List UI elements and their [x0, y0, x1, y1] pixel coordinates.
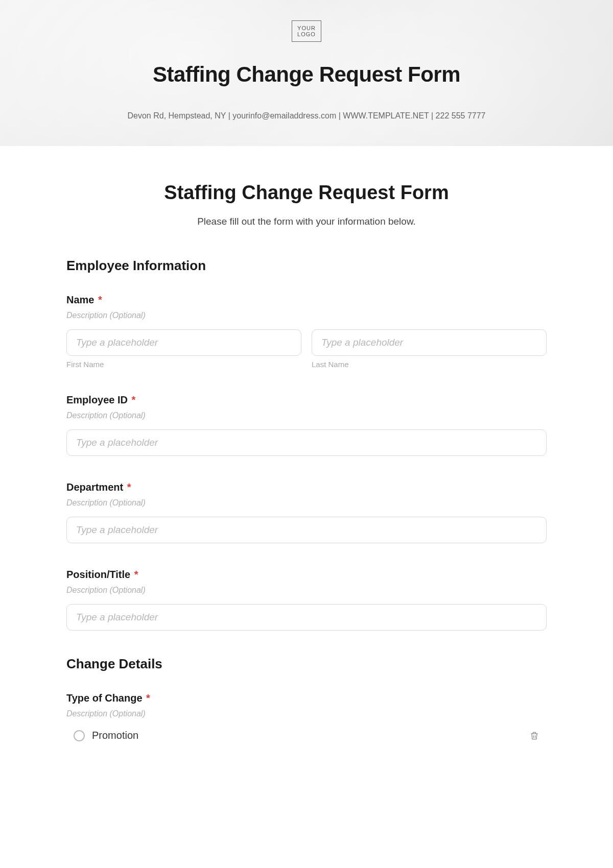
field-employee-id-label: Employee ID *: [66, 394, 547, 406]
section-change-details: Change Details: [66, 656, 547, 672]
field-employee-id-description[interactable]: Description (Optional): [66, 411, 547, 420]
field-department-description[interactable]: Description (Optional): [66, 498, 547, 508]
first-name-sublabel: First Name: [66, 360, 301, 369]
field-type-of-change-label: Type of Change *: [66, 692, 547, 704]
field-type-of-change: Type of Change * Description (Optional) …: [66, 692, 547, 743]
field-employee-id: Employee ID * Description (Optional): [66, 394, 547, 456]
field-name: Name * Description (Optional) First Name…: [66, 294, 547, 369]
required-asterisk: *: [127, 481, 131, 493]
section-employee-info: Employee Information: [66, 258, 547, 274]
logo-line-1: YOUR: [297, 25, 316, 31]
required-asterisk: *: [132, 394, 136, 405]
required-asterisk: *: [98, 294, 102, 305]
field-name-description[interactable]: Description (Optional): [66, 311, 547, 320]
required-asterisk: *: [146, 692, 150, 704]
position-input[interactable]: [66, 604, 547, 631]
first-name-input[interactable]: [66, 329, 301, 356]
field-position-description[interactable]: Description (Optional): [66, 586, 547, 595]
trash-icon[interactable]: [529, 730, 539, 741]
required-asterisk: *: [134, 569, 138, 580]
page-title: Staffing Change Request Form: [26, 62, 587, 87]
form-subtitle: Please fill out the form with your infor…: [66, 216, 547, 227]
last-name-input[interactable]: [312, 329, 547, 356]
contact-meta: Devon Rd, Hempstead, NY | yourinfo@email…: [26, 111, 587, 120]
field-position: Position/Title * Description (Optional): [66, 569, 547, 631]
logo-line-2: LOGO: [297, 31, 316, 37]
form-container: Staffing Change Request Form Please fill…: [0, 146, 613, 774]
employee-id-input[interactable]: [66, 429, 547, 456]
header-banner: YOUR LOGO Staffing Change Request Form D…: [0, 0, 613, 146]
radio-label-promotion: Promotion: [92, 730, 522, 741]
radio-icon[interactable]: [74, 730, 85, 741]
field-type-of-change-description[interactable]: Description (Optional): [66, 709, 547, 718]
logo-placeholder: YOUR LOGO: [292, 20, 321, 42]
field-department: Department * Description (Optional): [66, 481, 547, 543]
last-name-sublabel: Last Name: [312, 360, 547, 369]
form-title: Staffing Change Request Form: [66, 182, 547, 204]
field-name-label: Name *: [66, 294, 547, 306]
field-department-label: Department *: [66, 481, 547, 493]
field-position-label: Position/Title *: [66, 569, 547, 581]
radio-option-promotion[interactable]: Promotion: [66, 728, 547, 743]
department-input[interactable]: [66, 517, 547, 543]
